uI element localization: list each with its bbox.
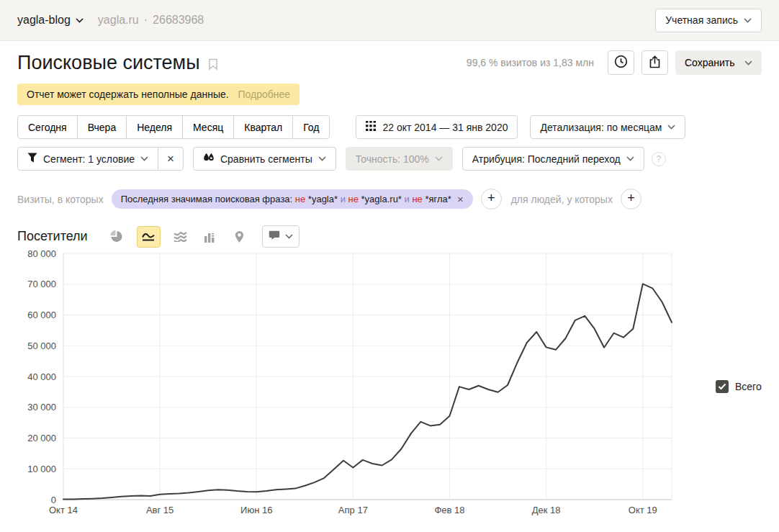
y-axis-label: 20 000 <box>27 433 56 443</box>
x-axis-label: Дек 18 <box>532 505 561 515</box>
segment-clear-button[interactable]: × <box>158 147 184 171</box>
chart-title: Посетители <box>17 229 88 244</box>
attribution-label: Атрибуция: Последний переход <box>472 153 621 165</box>
account-button-label: Учетная запись <box>665 14 738 26</box>
bookmark-icon[interactable] <box>208 58 218 71</box>
site-info: yagla.ru · 26683968 <box>98 14 204 27</box>
filter-row: Визиты, в которых Последняя значимая пои… <box>17 189 762 209</box>
page-title-text: Поисковые системы <box>17 51 200 74</box>
people-condition-label: для людей, у которых <box>511 194 613 205</box>
add-visit-condition-button[interactable]: + <box>481 189 502 209</box>
segment-button[interactable]: Сегмент: 1 условие <box>17 147 158 171</box>
segment-group: Сегмент: 1 условие × <box>17 147 184 171</box>
topbar: yagla-blog yagla.ru · 26683968 Учетная з… <box>0 0 779 41</box>
counter-switcher[interactable]: yagla-blog <box>17 14 84 27</box>
period-tab-4[interactable]: Месяц <box>182 115 234 139</box>
site-domain: yagla.ru <box>98 14 139 27</box>
page-title: Поисковые системы <box>17 51 218 74</box>
compare-segments-label: Сравнить сегменты <box>220 153 312 165</box>
clock-icon <box>614 55 628 71</box>
visitors-chart: 010 00020 00030 00040 00050 00060 00070 … <box>0 248 779 532</box>
add-people-condition-button[interactable]: + <box>621 189 641 209</box>
counter-id: 26683968 <box>153 14 204 27</box>
sampling-info: 99,6 % визитов из 1,83 млн <box>467 57 594 68</box>
chevron-down-icon <box>744 18 752 23</box>
export-button[interactable] <box>641 50 668 75</box>
y-axis-label: 50 000 <box>27 341 56 351</box>
detalization-button[interactable]: Детализация: по месяцам <box>530 115 685 139</box>
x-axis-label: Авг 15 <box>146 505 174 515</box>
period-tab-3[interactable]: Неделя <box>126 115 183 139</box>
chart-canvas: 010 00020 00030 00040 00050 00060 00070 … <box>0 248 779 532</box>
topbar-left: yagla-blog yagla.ru · 26683968 <box>17 14 204 27</box>
legend-label: Всего <box>735 381 762 392</box>
save-button-label: Сохранить <box>685 57 735 68</box>
y-axis-label: 70 000 <box>27 279 56 289</box>
incomplete-data-banner: Отчет может содержать неполные данные. П… <box>17 84 300 105</box>
chevron-down-icon <box>76 18 84 23</box>
report-page: Поисковые системы 99,6 % визитов из 1,83… <box>0 50 779 248</box>
period-tab-2[interactable]: Вчера <box>77 115 127 139</box>
chevron-down-icon <box>744 60 752 66</box>
title-row: Поисковые системы 99,6 % визитов из 1,83… <box>17 50 762 75</box>
legend-checkbox-checked[interactable] <box>716 380 729 393</box>
segment-filter-chip[interactable]: Последняя значимая поисковая фраза: не *… <box>112 189 473 209</box>
export-icon <box>649 55 661 71</box>
banner-text: Отчет может содержать неполные данные. <box>27 89 229 100</box>
close-icon: × <box>167 152 174 166</box>
x-axis-label: Июн 16 <box>240 505 272 515</box>
funnel-icon <box>27 153 37 165</box>
x-axis-label: Фев 18 <box>434 505 464 515</box>
y-axis-label: 30 000 <box>27 402 56 412</box>
filter-chip-text: Последняя значимая поисковая фраза: не *… <box>121 194 451 204</box>
detalization-label: Детализация: по месяцам <box>540 122 662 133</box>
date-range-button[interactable]: 22 окт 2014 — 31 янв 2020 <box>356 115 518 139</box>
segment-button-label: Сегмент: 1 условие <box>43 153 135 165</box>
chart-section-header: Посетители <box>17 225 762 248</box>
question-icon[interactable]: ? <box>652 152 666 166</box>
dot-separator: · <box>144 14 148 27</box>
chevron-down-icon <box>318 156 326 161</box>
segment-row: Сегмент: 1 условие × Сравнить сегменты <box>17 147 762 171</box>
chart-type-switcher <box>107 225 300 248</box>
counter-name: yagla-blog <box>17 14 71 27</box>
stacked-area-icon[interactable] <box>171 227 190 246</box>
visitors-line[interactable] <box>63 284 672 499</box>
comment-bubble-icon <box>269 230 280 243</box>
close-icon[interactable]: × <box>457 194 464 204</box>
history-button[interactable] <box>608 50 634 75</box>
accuracy-button[interactable]: Точность: 100% <box>346 147 453 171</box>
title-actions: 99,6 % визитов из 1,83 млн Сохранить <box>467 50 762 75</box>
y-axis-label: 40 000 <box>27 371 56 382</box>
chevron-down-icon <box>285 234 293 239</box>
drops-compare-icon <box>203 153 215 165</box>
period-tab-6[interactable]: Год <box>292 115 330 139</box>
calendar-icon <box>366 121 377 133</box>
date-range-label: 22 окт 2014 — 31 янв 2020 <box>382 122 508 133</box>
x-axis-label: Окт 14 <box>49 505 78 515</box>
chevron-down-icon <box>626 156 634 161</box>
y-axis-label: 60 000 <box>27 310 56 320</box>
map-pin-icon[interactable] <box>230 227 249 246</box>
y-axis-label: 80 000 <box>27 248 56 259</box>
chevron-down-icon <box>140 156 148 161</box>
bar-chart-icon[interactable] <box>201 227 220 246</box>
pie-chart-icon[interactable] <box>107 227 126 246</box>
line-chart-icon[interactable] <box>137 226 161 248</box>
attribution-button[interactable]: Атрибуция: Последний переход <box>462 147 644 171</box>
period-row: СегодняВчераНеделяМесяцКварталГод 22 окт… <box>17 115 762 139</box>
check-icon <box>718 383 726 390</box>
y-axis-label: 0 <box>51 495 56 505</box>
period-tab-5[interactable]: Квартал <box>233 115 293 139</box>
banner-details-link[interactable]: Подробнее <box>238 89 291 100</box>
period-tab-1[interactable]: Сегодня <box>17 115 78 139</box>
chevron-down-icon <box>435 156 443 161</box>
x-axis-label: Окт 19 <box>629 505 657 515</box>
compare-segments-button[interactable]: Сравнить сегменты <box>193 147 336 171</box>
save-button[interactable]: Сохранить <box>675 50 762 75</box>
plus-icon: + <box>627 191 635 206</box>
y-axis-label: 10 000 <box>27 464 56 474</box>
comments-button[interactable] <box>262 225 300 248</box>
account-button[interactable]: Учетная запись <box>655 9 762 32</box>
chart-legend: Всего <box>716 380 762 393</box>
